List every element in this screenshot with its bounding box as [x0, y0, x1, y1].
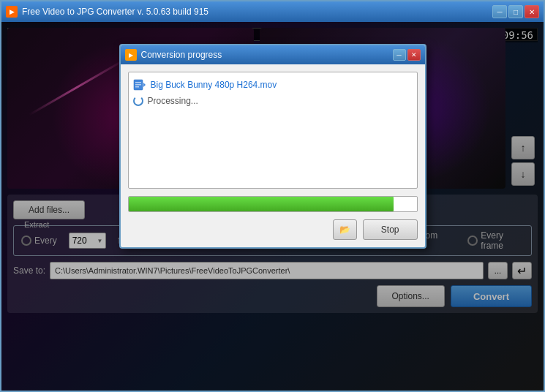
modal-title: Conversion progress	[141, 50, 393, 60]
close-button[interactable]: ✕	[525, 5, 539, 18]
modal-open-folder-button[interactable]: 📂	[333, 219, 357, 240]
modal-buttons: 📂 Stop	[128, 219, 418, 240]
main-window-title: Free Video to JPG Converter v. 5.0.63 bu…	[22, 7, 492, 17]
modal-icon: ▶	[125, 49, 137, 61]
svg-rect-3	[135, 84, 141, 86]
processing-status: Processing...	[148, 96, 198, 106]
modal-content: Big Buck Bunny 480p H264.mov Processing.…	[121, 64, 425, 247]
svg-marker-1	[143, 83, 146, 87]
file-video-icon	[133, 78, 146, 91]
main-title-bar: ▶ Free Video to JPG Converter v. 5.0.63 …	[1, 1, 544, 22]
file-item: Big Buck Bunny 480p H264.mov	[133, 77, 413, 93]
title-bar-buttons: ─ □ ✕	[492, 5, 539, 18]
progress-bar-fill	[129, 197, 394, 211]
modal-title-buttons: ─ ✕	[393, 49, 421, 61]
modal-stop-button[interactable]: Stop	[363, 219, 418, 240]
conversion-progress-modal: ▶ Conversion progress ─ ✕	[119, 44, 426, 249]
file-list: Big Buck Bunny 480p H264.mov Processing.…	[128, 72, 418, 189]
app-icon: ▶	[6, 6, 18, 18]
file-name[interactable]: Big Buck Bunny 480p H264.mov	[151, 80, 277, 90]
minimize-button[interactable]: ─	[492, 5, 507, 18]
modal-folder-icon: 📂	[339, 225, 350, 235]
progress-bar-container	[128, 196, 418, 212]
modal-title-bar: ▶ Conversion progress ─ ✕	[121, 45, 425, 64]
processing-row: Processing...	[133, 96, 413, 106]
svg-rect-4	[135, 86, 139, 88]
maximize-button[interactable]: □	[508, 5, 523, 18]
modal-minimize-button[interactable]: ─	[393, 49, 406, 61]
main-window: ▶ Free Video to JPG Converter v. 5.0.63 …	[0, 0, 545, 392]
spinner-icon	[133, 96, 143, 106]
svg-rect-2	[135, 82, 141, 83]
modal-overlay: ▶ Conversion progress ─ ✕	[1, 22, 544, 391]
modal-close-button[interactable]: ✕	[407, 49, 421, 61]
main-content: C:\Users\Administrator.WIN7\ 00:09:56 ↑ …	[1, 22, 544, 391]
